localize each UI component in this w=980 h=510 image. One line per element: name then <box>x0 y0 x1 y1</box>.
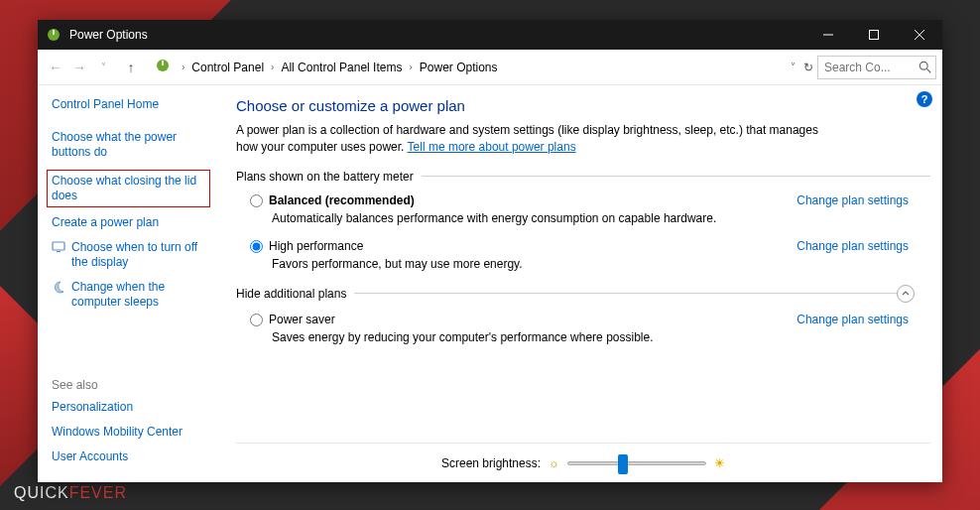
sidebar-link-create-plan[interactable]: Create a power plan <box>52 215 210 230</box>
see-also-mobility-center[interactable]: Windows Mobility Center <box>52 425 210 440</box>
change-plan-settings-high-perf[interactable]: Change plan settings <box>796 239 909 253</box>
chevron-right-icon[interactable]: › <box>182 62 184 72</box>
display-icon <box>52 240 65 270</box>
main-panel: ? Choose or customize a power plan A pow… <box>224 85 942 482</box>
back-button[interactable]: ← <box>44 60 67 75</box>
change-plan-settings-balanced[interactable]: Change plan settings <box>796 193 909 207</box>
sun-dim-icon: ☼ <box>549 456 559 470</box>
moon-icon <box>52 280 65 310</box>
breadcrumb-item[interactable]: Power Options <box>420 61 498 74</box>
radio-power-saver[interactable] <box>250 314 263 326</box>
section-plans-shown: Plans shown on the battery meter <box>236 170 930 184</box>
svg-rect-3 <box>870 31 879 40</box>
help-icon[interactable]: ? <box>917 91 932 107</box>
breadcrumb-item[interactable]: Control Panel <box>191 61 264 74</box>
plan-power-saver-label[interactable]: Power saver <box>269 313 335 326</box>
plan-balanced-label[interactable]: Balanced (recommended) <box>269 193 415 207</box>
svg-rect-11 <box>57 251 61 252</box>
see-also-personalization[interactable]: Personalization <box>52 400 210 415</box>
close-button[interactable] <box>897 20 942 50</box>
sidebar: Control Panel Home Choose what the power… <box>38 85 224 482</box>
brightness-slider[interactable] <box>567 461 706 465</box>
svg-point-8 <box>919 62 927 69</box>
navbar: ← → ˅ ↑ › Control Panel › All Control Pa… <box>38 50 942 85</box>
radio-high-performance[interactable] <box>250 240 263 253</box>
address-dropdown-icon[interactable]: ˅ <box>791 62 796 72</box>
change-plan-settings-power-saver[interactable]: Change plan settings <box>796 313 909 326</box>
search-icon[interactable] <box>919 61 932 74</box>
minimize-button[interactable] <box>805 20 851 50</box>
plan-balanced-desc: Automatically balances performance with … <box>236 211 752 225</box>
chevron-right-icon[interactable]: › <box>409 62 412 72</box>
refresh-button[interactable]: ↻ <box>803 61 813 74</box>
power-options-nav-icon <box>155 58 171 76</box>
sidebar-link-closing-lid[interactable]: Choose what closing the lid does <box>47 170 210 207</box>
breadcrumb-item[interactable]: All Control Panel Items <box>281 61 402 74</box>
forward-button[interactable]: → <box>67 60 91 75</box>
see-also-user-accounts[interactable]: User Accounts <box>52 449 210 464</box>
sidebar-link-turn-off-display[interactable]: Choose when to turn off the display <box>52 240 210 270</box>
svg-rect-7 <box>162 61 164 65</box>
plan-power-saver-desc: Saves energy by reducing your computer's… <box>236 330 752 344</box>
titlebar: Power Options <box>38 20 942 50</box>
window: Power Options ← → ˅ ↑ › Control Panel › … <box>38 20 942 482</box>
page-description: A power plan is a collection of hardware… <box>236 122 821 156</box>
section-hide-additional: Hide additional plans <box>236 285 930 303</box>
svg-rect-1 <box>53 30 55 35</box>
chevron-right-icon[interactable]: › <box>271 62 274 72</box>
plan-high-perf-label[interactable]: High performance <box>269 239 363 253</box>
watermark: QUICKFEVER <box>14 484 127 502</box>
svg-rect-10 <box>53 242 64 250</box>
svg-line-9 <box>926 68 930 72</box>
sidebar-link-power-buttons[interactable]: Choose what the power buttons do <box>52 130 210 160</box>
radio-balanced[interactable] <box>250 194 263 207</box>
power-options-icon <box>46 27 61 43</box>
control-panel-home-link[interactable]: Control Panel Home <box>52 97 210 112</box>
recent-locations-dropdown[interactable]: ˅ <box>91 62 115 72</box>
window-title: Power Options <box>69 28 805 42</box>
sun-bright-icon: ☀ <box>714 456 725 470</box>
brightness-footer: Screen brightness: ☼ ☀ <box>236 443 930 482</box>
maximize-button[interactable] <box>851 20 897 50</box>
tell-me-more-link[interactable]: Tell me more about power plans <box>408 140 576 154</box>
collapse-button[interactable] <box>897 285 915 303</box>
see-also-header: See also <box>52 378 210 392</box>
sidebar-link-computer-sleeps[interactable]: Change when the computer sleeps <box>52 280 210 310</box>
brightness-slider-thumb[interactable] <box>618 454 628 474</box>
page-heading: Choose or customize a power plan <box>236 97 930 114</box>
brightness-label: Screen brightness: <box>441 456 541 470</box>
plan-high-perf-desc: Favors performance, but may use more ene… <box>236 257 752 271</box>
breadcrumb: › Control Panel › All Control Panel Item… <box>177 61 498 74</box>
up-button[interactable]: ↑ <box>119 60 143 75</box>
